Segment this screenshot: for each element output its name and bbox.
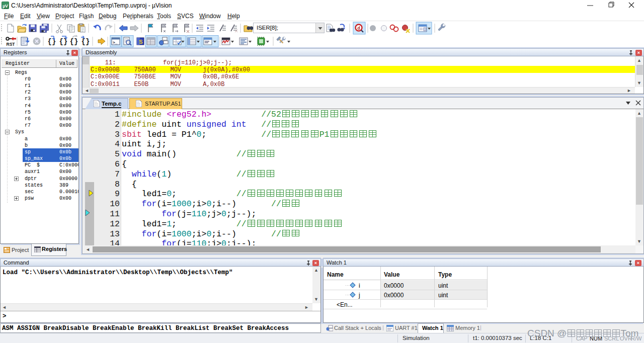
- svg-text:{}: {}: [59, 38, 68, 46]
- svg-text:{}: {}: [48, 38, 56, 46]
- svg-text:{}: {}: [82, 38, 90, 46]
- svg-text:{}: {}: [70, 38, 78, 46]
- svg-text:d: d: [357, 26, 360, 31]
- svg-text:RST: RST: [7, 42, 16, 47]
- svg-text:>_: >_: [113, 40, 118, 45]
- svg-text:S: S: [139, 39, 142, 45]
- svg-text:µV: µV: [3, 4, 8, 9]
